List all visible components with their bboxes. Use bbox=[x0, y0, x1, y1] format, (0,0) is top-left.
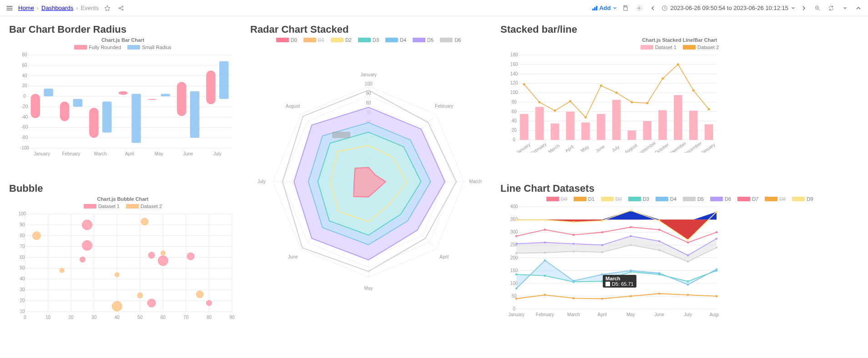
legend-item[interactable]: D5 bbox=[683, 196, 704, 202]
breadcrumb-home[interactable]: Home bbox=[18, 5, 34, 11]
svg-point-102 bbox=[161, 251, 165, 255]
legend-item[interactable]: D2 bbox=[601, 196, 622, 202]
zoom-out-icon[interactable] bbox=[812, 3, 823, 13]
legend-item[interactable]: Small Radius bbox=[127, 45, 172, 50]
svg-text:60: 60 bbox=[20, 255, 25, 260]
svg-text:0: 0 bbox=[513, 137, 515, 142]
svg-point-223 bbox=[658, 293, 661, 295]
add-button[interactable]: Add bbox=[592, 5, 616, 11]
svg-text:February: February bbox=[530, 141, 547, 153]
legend-item[interactable]: Dataset 2 bbox=[683, 45, 719, 50]
chart-plot[interactable]: -100-80-60-40-20020406080JanuaryFebruary… bbox=[9, 53, 237, 157]
time-range-picker[interactable]: 2023-06-26 09:50:54 to 2023-06-26 10:12:… bbox=[661, 5, 796, 11]
panel-bubble: Bubble Chart.js Bubble Chart Dataset 1Da… bbox=[5, 180, 241, 334]
svg-text:50: 50 bbox=[20, 265, 25, 270]
svg-text:May: May bbox=[364, 286, 373, 291]
svg-point-247 bbox=[658, 249, 661, 251]
svg-text:50: 50 bbox=[511, 293, 517, 298]
svg-point-189 bbox=[677, 63, 679, 65]
next-range-icon[interactable] bbox=[799, 3, 809, 13]
svg-rect-37 bbox=[30, 94, 40, 118]
refresh-icon[interactable] bbox=[826, 3, 836, 13]
panel-stacked-bar-line: Stacked bar/line Chart.js Stacked Line/B… bbox=[496, 21, 863, 175]
star-icon[interactable] bbox=[102, 3, 112, 13]
svg-text:80: 80 bbox=[511, 99, 517, 104]
breadcrumb-dashboards[interactable]: Dashboards bbox=[41, 5, 73, 11]
svg-rect-5 bbox=[596, 6, 597, 10]
legend-item[interactable]: D0 bbox=[276, 37, 297, 43]
gear-icon[interactable] bbox=[634, 3, 644, 13]
chart-plot[interactable]: 050100150200250300350400JanuaryFebruaryM… bbox=[500, 204, 859, 318]
svg-text:160: 160 bbox=[510, 62, 518, 67]
svg-rect-39 bbox=[89, 108, 99, 138]
chart-plot[interactable]: January102030405060708090100FebruaryMarc… bbox=[250, 45, 487, 300]
svg-text:-20: -20 bbox=[21, 104, 28, 109]
collapse-icon[interactable] bbox=[853, 3, 863, 13]
legend-item[interactable]: D3 bbox=[358, 37, 379, 43]
svg-point-251 bbox=[544, 241, 546, 244]
legend-item[interactable]: D1 bbox=[574, 196, 595, 202]
panel-line-datasets: Line Chart Datasets D0D1D2D3D4D5D6D7D8D9… bbox=[496, 180, 863, 334]
svg-text:July: July bbox=[611, 144, 621, 153]
legend-item[interactable]: D4 bbox=[385, 37, 406, 43]
chart-legend: D0D1D2D3D4D5D6 bbox=[250, 37, 487, 43]
refresh-dropdown-icon[interactable] bbox=[840, 3, 850, 13]
chart-plot[interactable]: 1020304050607080901000102030405060708090 bbox=[9, 212, 237, 321]
prev-range-icon[interactable] bbox=[648, 3, 658, 13]
legend-item[interactable]: D6 bbox=[710, 196, 731, 202]
svg-text:60: 60 bbox=[22, 63, 27, 68]
svg-point-265 bbox=[716, 231, 718, 234]
legend-item[interactable]: D6 bbox=[440, 37, 461, 43]
svg-text:August: August bbox=[624, 143, 638, 153]
svg-text:June: June bbox=[654, 312, 664, 317]
svg-point-221 bbox=[601, 298, 603, 300]
svg-rect-42 bbox=[177, 82, 187, 116]
legend-item[interactable]: D9 bbox=[792, 196, 813, 202]
panel-title: Line Chart Datasets bbox=[500, 183, 859, 194]
svg-text:100: 100 bbox=[365, 81, 373, 86]
svg-rect-167 bbox=[535, 107, 544, 140]
svg-text:30: 30 bbox=[20, 287, 25, 292]
legend-item[interactable]: Dataset 2 bbox=[126, 204, 162, 209]
svg-rect-174 bbox=[643, 121, 651, 140]
legend-item[interactable]: D0 bbox=[546, 196, 567, 202]
legend-item[interactable]: D8 bbox=[765, 196, 786, 202]
legend-item[interactable]: D2 bbox=[331, 37, 352, 43]
chart-legend: Fully RoundedSmall Radius bbox=[9, 45, 237, 50]
svg-rect-170 bbox=[581, 123, 590, 140]
save-icon[interactable] bbox=[621, 3, 631, 13]
menu-icon[interactable] bbox=[5, 3, 15, 13]
legend-item[interactable]: Dataset 1 bbox=[641, 45, 676, 50]
svg-point-250 bbox=[515, 243, 518, 245]
svg-text:0: 0 bbox=[23, 94, 26, 99]
legend-item[interactable]: D7 bbox=[737, 196, 758, 202]
svg-rect-4 bbox=[594, 7, 595, 10]
share-icon[interactable] bbox=[116, 3, 126, 13]
svg-rect-176 bbox=[674, 95, 682, 140]
svg-text:-40: -40 bbox=[21, 114, 28, 119]
svg-text:20: 20 bbox=[69, 315, 74, 320]
legend-item[interactable]: Dataset 1 bbox=[84, 204, 120, 209]
legend-item[interactable]: D1 bbox=[303, 37, 324, 43]
svg-text:80: 80 bbox=[207, 315, 212, 320]
tooltip-stub bbox=[332, 132, 350, 138]
svg-text:February: February bbox=[536, 312, 554, 317]
legend-item[interactable]: Fully Rounded bbox=[74, 45, 121, 50]
svg-point-239 bbox=[658, 272, 661, 274]
legend-item[interactable]: D3 bbox=[628, 196, 649, 202]
svg-point-96 bbox=[187, 253, 194, 260]
svg-point-243 bbox=[544, 252, 546, 254]
chart-title: Chart.js Bubble Chart bbox=[9, 196, 237, 202]
legend-item[interactable]: D5 bbox=[413, 37, 434, 43]
breadcrumb-current: Events bbox=[81, 5, 99, 11]
legend-item[interactable]: D4 bbox=[656, 196, 676, 202]
chart-legend: Dataset 1Dataset 2 bbox=[9, 204, 237, 209]
svg-text:June: June bbox=[288, 254, 298, 259]
svg-rect-48 bbox=[161, 94, 170, 96]
svg-point-259 bbox=[544, 229, 546, 231]
chart-plot[interactable]: 020406080100120140160180JanuaryFebruaryM… bbox=[500, 53, 859, 153]
chart-title: Chart.js Stacked Line/Bar Chart bbox=[500, 37, 859, 43]
svg-point-0 bbox=[119, 7, 120, 9]
panel-title: Radar Chart Stacked bbox=[250, 24, 487, 35]
svg-text:March: March bbox=[94, 151, 107, 156]
